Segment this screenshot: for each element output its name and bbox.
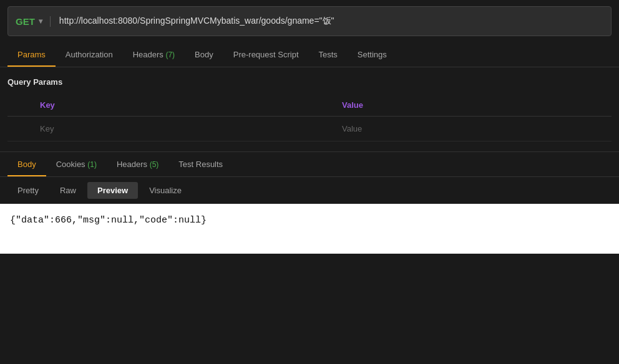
key-placeholder-cell[interactable]: Key bbox=[32, 117, 334, 141]
format-tab-preview[interactable]: Preview bbox=[87, 182, 138, 199]
tab-params[interactable]: Params bbox=[7, 42, 56, 67]
response-section: Body Cookies (1) Headers (5) Test Result… bbox=[0, 152, 619, 254]
params-col-checkbox bbox=[7, 94, 32, 117]
format-tab-visualize[interactable]: Visualize bbox=[139, 182, 192, 199]
tab-settings[interactable]: Settings bbox=[348, 42, 397, 67]
url-bar: GET ▾ bbox=[7, 6, 612, 36]
method-chevron: ▾ bbox=[39, 17, 42, 26]
query-params-title: Query Params bbox=[7, 77, 612, 87]
params-table: Key Value Key Value bbox=[7, 94, 612, 141]
tab-authorization[interactable]: Authorization bbox=[56, 42, 123, 67]
row-checkbox-cell bbox=[7, 117, 32, 141]
method-selector[interactable]: GET ▾ bbox=[16, 16, 51, 27]
params-col-key: Key bbox=[32, 94, 334, 117]
method-label: GET bbox=[16, 16, 35, 27]
tab-tests[interactable]: Tests bbox=[309, 42, 348, 67]
tab-headers[interactable]: Headers (7) bbox=[123, 42, 185, 67]
value-placeholder-cell[interactable]: Value bbox=[334, 117, 612, 141]
table-row: Key Value bbox=[7, 117, 612, 141]
params-col-value: Value bbox=[334, 94, 612, 117]
response-body: {"data":666,"msg":null,"code":null} bbox=[0, 204, 619, 254]
request-tabs-section: Params Authorization Headers (7) Body Pr… bbox=[0, 42, 619, 67]
tab-body[interactable]: Body bbox=[185, 42, 223, 67]
response-tab-body[interactable]: Body bbox=[7, 152, 46, 176]
headers-badge: (7) bbox=[165, 50, 175, 59]
format-tabs: Pretty Raw Preview Visualize bbox=[0, 177, 619, 204]
format-tab-raw[interactable]: Raw bbox=[50, 182, 86, 199]
response-headers-badge: (5) bbox=[150, 160, 159, 169]
format-tab-pretty[interactable]: Pretty bbox=[7, 182, 49, 199]
response-tab-cookies[interactable]: Cookies (1) bbox=[46, 152, 107, 176]
request-tabs: Params Authorization Headers (7) Body Pr… bbox=[7, 42, 612, 67]
cookies-badge: (1) bbox=[87, 160, 97, 169]
response-tabs: Body Cookies (1) Headers (5) Test Result… bbox=[0, 152, 619, 177]
url-input[interactable] bbox=[51, 16, 603, 26]
query-params-section: Query Params Key Value Key Value bbox=[0, 67, 619, 151]
tab-prerequest[interactable]: Pre-request Script bbox=[223, 42, 309, 67]
response-tab-testresults[interactable]: Test Results bbox=[168, 152, 233, 176]
response-tab-headers[interactable]: Headers (5) bbox=[107, 152, 168, 176]
response-body-text: {"data":666,"msg":null,"code":null} bbox=[10, 215, 609, 226]
